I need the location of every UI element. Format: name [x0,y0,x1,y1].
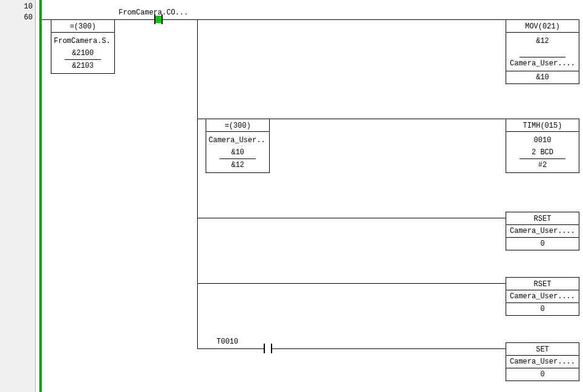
set-block[interactable]: SET Camera_User.... 0 [506,342,579,381]
block-line: 0010 [509,134,576,146]
block-line: 2 BCD [509,146,576,158]
block-line: &2103 [54,60,112,72]
gutter-rung-number: 60 [24,13,33,22]
gutter: 10 60 [0,0,36,392]
contact-plate [264,344,265,353]
block-title: RSET [506,278,579,290]
block-line: Camera_User.... [506,290,579,302]
block-body: Camera_User.... [506,356,579,368]
block-footer: 0 [506,302,579,315]
block-line: &12 [209,159,267,171]
block-line: #2 [509,159,576,171]
block-line: &12 [509,35,576,47]
block-line: Camera_User.... [506,225,579,237]
contact-power-indicator [155,16,161,23]
wire [269,119,506,119]
block-footer: &10 [506,71,579,83]
wire [197,119,206,119]
block-title: =(300) [51,20,114,33]
block-title: TIMH(015) [506,119,579,132]
wire [197,218,506,218]
block-line: Camera_User.... [209,134,267,146]
block-spacer [509,47,576,57]
wire [278,348,506,349]
block-title: MOV(021) [506,20,579,33]
contact-t0010[interactable] [258,344,278,354]
timh-block[interactable]: TIMH(015) 0010 2 BCD #2 [506,119,579,173]
block-footer: 0 [506,368,579,381]
block-title: RSET [506,212,579,225]
wire [197,348,258,349]
wire [197,283,506,284]
gutter-top-number: 10 [24,2,33,11]
contact-fromcamera[interactable] [148,15,169,25]
block-line: Camera_User.... [509,57,576,70]
wire [197,19,506,20]
contact-label: T0010 [217,338,238,346]
wire [42,19,51,20]
block-body: FromCamera.S... &2100 &2103 [51,33,114,73]
wire [169,19,197,20]
ladder-canvas: { "gutter": { "topNum": "10", "rungNum":… [0,0,583,392]
block-line: &10 [209,146,267,158]
rset-block-1[interactable]: RSET Camera_User.... 0 [506,212,579,250]
block-title: =(300) [206,119,269,132]
block-body: &12 Camera_User.... [506,33,579,71]
block-body: Camera_User.... &10 &12 [206,132,269,172]
wire [272,348,278,349]
compare-block-1[interactable]: =(300) FromCamera.S... &2100 &2103 [51,19,115,74]
block-line: &2100 [54,47,112,59]
block-body: 0010 2 BCD #2 [506,132,579,172]
mov-block[interactable]: MOV(021) &12 Camera_User.... &10 [506,19,579,84]
wire [258,348,264,349]
wire [148,19,154,20]
block-body: Camera_User.... [506,290,579,302]
power-rail [39,0,42,392]
wire [197,19,198,348]
block-line: Camera_User.... [506,356,579,368]
wire [114,19,148,20]
wire [163,19,169,20]
block-body: Camera_User.... [506,225,579,237]
block-footer: 0 [506,237,579,250]
block-title: SET [506,343,579,356]
rset-block-2[interactable]: RSET Camera_User.... 0 [506,277,579,316]
block-line: FromCamera.S... [54,35,112,47]
compare-block-2[interactable]: =(300) Camera_User.... &10 &12 [206,119,270,173]
